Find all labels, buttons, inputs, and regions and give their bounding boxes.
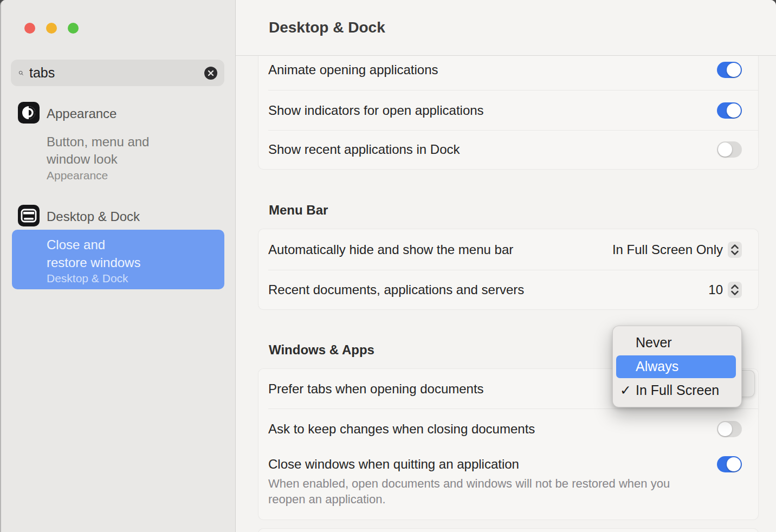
settings-row: Show indicators for open applications [268,90,758,130]
menu-item-label: In Full Screen [636,382,719,398]
zoom-window-button[interactable] [68,23,79,34]
next-settings-group [258,528,759,532]
menu-bar-popup-button[interactable]: In Full Screen Only [612,242,742,258]
show-indicators-toggle[interactable] [717,102,742,119]
row-label: Prefer tabs when opening documents [268,381,484,397]
menu-bar-settings-group: Automatically hide and show the menu bar… [258,229,759,310]
desktop-dock-app-icon [17,204,40,227]
menu-item-never[interactable]: Never [613,330,741,355]
appearance-app-icon [17,101,40,124]
row-label: Ask to keep changes when closing documen… [268,421,535,437]
search-result-appearance[interactable]: Button, menu and window look [47,133,149,168]
row-label: Recent documents, applications and serve… [268,282,524,297]
dock-settings-group: Animate opening applications Show indica… [258,50,759,170]
search-result-selected[interactable]: Close and restore windows Desktop & Dock [12,230,224,289]
menu-item-label: Never [636,335,672,351]
sidebar-item-desktop-dock[interactable]: Desktop & Dock [47,209,140,224]
search-result-title: Close and restore windows [47,236,140,271]
search-icon [18,67,24,80]
minimize-window-button[interactable] [46,23,57,34]
close-window-button[interactable] [24,23,35,34]
settings-row: Animate opening applications [258,50,758,90]
section-heading-menu-bar: Menu Bar [269,203,328,218]
settings-row: Automatically hide and show the menu bar… [258,229,758,270]
clear-search-icon[interactable] [204,66,218,80]
settings-row: Recent documents, applications and serve… [268,270,758,309]
search-input[interactable] [29,65,204,81]
settings-row: Close windows when quitting an applicati… [268,449,758,507]
stepper-icon[interactable] [728,282,742,298]
menu-item-in-full-screen[interactable]: ✓ In Full Screen [613,378,741,403]
stepper-value: 10 [708,282,723,297]
row-description: When enabled, open documents and windows… [268,476,707,507]
close-windows-when-quitting-toggle[interactable] [717,456,742,472]
sidebar: Appearance Button, menu and window look … [1,0,236,532]
show-recent-applications-toggle[interactable] [717,141,742,158]
settings-row: Ask to keep changes when closing documen… [268,408,758,449]
prefer-tabs-popup-menu: Never Always ✓ In Full Screen [612,326,742,407]
content-header: Desktop & Dock [236,0,776,56]
settings-row: Show recent applications in Dock [268,130,758,168]
checkmark-icon: ✓ [620,382,631,398]
recent-documents-stepper[interactable]: 10 [708,282,742,298]
row-label: Automatically hide and show the menu bar [268,242,513,257]
system-settings-window: Appearance Button, menu and window look … [0,0,776,532]
ask-to-keep-changes-toggle[interactable] [717,421,742,437]
stepper-icon[interactable] [728,242,742,258]
search-field[interactable] [11,60,224,86]
search-result-appearance-caption: Appearance [47,169,108,182]
row-label: Show indicators for open applications [268,103,484,118]
menu-item-always[interactable]: Always [616,355,736,378]
sidebar-item-appearance[interactable]: Appearance [47,106,117,121]
row-label: Animate opening applications [268,62,438,77]
section-heading-windows-apps: Windows & Apps [269,342,374,358]
window-controls [24,23,79,34]
row-label: Close windows when quitting an applicati… [268,457,519,472]
popup-value: In Full Screen Only [612,242,723,257]
page-title: Desktop & Dock [269,19,385,36]
row-label: Show recent applications in Dock [268,142,460,157]
search-result-caption: Desktop & Dock [47,272,128,285]
menu-item-label: Always [636,359,678,374]
animate-opening-applications-toggle[interactable] [717,62,742,78]
